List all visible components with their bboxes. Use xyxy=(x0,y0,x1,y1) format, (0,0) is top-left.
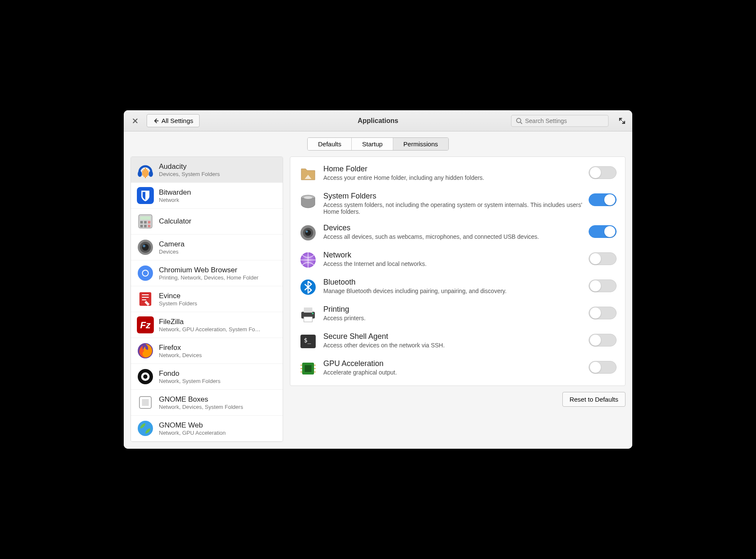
content-area: AudacityDevices, System FoldersBitwarden… xyxy=(124,157,632,449)
permission-description: Access printers. xyxy=(323,315,583,321)
filezilla-icon: Fz xyxy=(137,316,154,333)
app-subtitle: Network, Devices xyxy=(159,352,277,358)
tab-startup[interactable]: Startup xyxy=(352,138,393,150)
titlebar: All Settings Applications xyxy=(124,110,632,131)
sidebar-item-calculator[interactable]: Calculator xyxy=(131,209,283,235)
sidebar-item-audacity[interactable]: AudacityDevices, System Folders xyxy=(131,157,283,183)
reset-to-defaults-button[interactable]: Reset to Defaults xyxy=(562,392,625,407)
webcam-icon xyxy=(299,224,317,242)
sidebar-item-evince[interactable]: EvinceSystem Folders xyxy=(131,286,283,312)
app-subtitle: Network, System Folders xyxy=(159,378,277,384)
svg-point-19 xyxy=(142,244,149,251)
svg-rect-14 xyxy=(140,225,143,227)
app-name: Camera xyxy=(159,240,277,249)
harddrive-icon xyxy=(299,192,317,210)
permission-description: Access system folders, not including the… xyxy=(323,201,583,215)
permission-switch-devices[interactable] xyxy=(589,225,617,238)
app-subtitle: System Folders xyxy=(159,300,277,307)
gpu-icon xyxy=(299,359,317,378)
settings-window: All Settings Applications DefaultsStartu… xyxy=(124,110,632,449)
app-name: FileZilla xyxy=(159,318,277,326)
svg-point-0 xyxy=(517,118,521,123)
permission-row-network: NetworkAccess the Internet and local net… xyxy=(290,246,625,274)
svg-point-1 xyxy=(138,171,142,177)
svg-rect-32 xyxy=(142,399,149,406)
app-subtitle: Network, GPU Acceleration xyxy=(159,430,277,436)
permission-row-gpu-acceleration: GPU AccelerationAccelerate graphical out… xyxy=(290,355,625,382)
svg-rect-12 xyxy=(144,221,147,224)
gnome-web-icon xyxy=(137,420,154,437)
sidebar-item-gnome-web[interactable]: GNOME WebNetwork, GPU Acceleration xyxy=(131,416,283,442)
main-panel: Home FolderAccess your entire Home folde… xyxy=(290,157,625,442)
permission-title: Home Folder xyxy=(323,165,583,173)
permission-switch-bluetooth[interactable] xyxy=(589,280,617,292)
sidebar-item-filezilla[interactable]: FzFileZillaNetwork, GPU Acceleration, Sy… xyxy=(131,312,283,338)
permission-title: Network xyxy=(323,251,583,260)
svg-rect-24 xyxy=(139,292,151,306)
permission-switch-home-folder[interactable] xyxy=(589,166,617,179)
permission-switch-network[interactable] xyxy=(589,252,617,265)
permission-title: Secure Shell Agent xyxy=(323,332,583,341)
permission-switch-secure-shell-agent[interactable] xyxy=(589,334,617,347)
permission-title: Devices xyxy=(323,224,583,232)
sidebar-item-bitwarden[interactable]: BitwardenNetwork xyxy=(131,183,283,209)
sidebar-item-firefox[interactable]: FirefoxNetwork, Devices xyxy=(131,338,283,364)
app-name: Bitwarden xyxy=(159,188,277,197)
firefox-icon xyxy=(137,342,154,359)
permission-description: Accelerate graphical output. xyxy=(323,369,583,376)
close-button[interactable] xyxy=(129,115,142,127)
gnome-boxes-icon xyxy=(137,394,154,411)
search-input[interactable] xyxy=(525,117,604,124)
svg-rect-43 xyxy=(304,307,312,313)
search-settings-box[interactable] xyxy=(511,115,609,127)
tab-defaults[interactable]: Defaults xyxy=(308,138,352,150)
permission-switch-system-folders[interactable] xyxy=(589,193,617,206)
svg-point-35 xyxy=(304,196,312,199)
permission-description: Access other devices on the network via … xyxy=(323,342,583,349)
svg-rect-15 xyxy=(144,225,147,227)
app-name: Evince xyxy=(159,292,277,300)
svg-point-23 xyxy=(143,271,148,276)
search-icon xyxy=(516,117,523,124)
bitwarden-icon xyxy=(137,187,154,204)
window-title: Applications xyxy=(358,117,398,125)
svg-text:$_: $_ xyxy=(304,337,311,344)
sidebar-item-fondo[interactable]: FondoNetwork, System Folders xyxy=(131,364,283,390)
camera-icon xyxy=(137,239,154,256)
svg-rect-44 xyxy=(304,317,312,322)
svg-point-45 xyxy=(312,313,314,314)
permission-switch-gpu-acceleration[interactable] xyxy=(589,361,617,374)
svg-rect-11 xyxy=(140,221,143,224)
svg-point-20 xyxy=(143,245,145,247)
permission-row-devices: DevicesAccess all devices, such as webca… xyxy=(290,219,625,246)
svg-point-38 xyxy=(305,230,311,236)
app-name: Fondo xyxy=(159,369,277,378)
app-subtitle: Network, GPU Acceleration, System Fo… xyxy=(159,326,277,333)
permission-title: Bluetooth xyxy=(323,278,583,287)
svg-point-2 xyxy=(149,171,153,177)
sidebar-item-gnome-boxes[interactable]: GNOME BoxesNetwork, Devices, System Fold… xyxy=(131,390,283,416)
sidebar-item-chromium-web-browser[interactable]: Chromium Web BrowserPrinting, Network, D… xyxy=(131,260,283,286)
maximize-button[interactable] xyxy=(617,116,627,126)
back-all-settings-button[interactable]: All Settings xyxy=(147,114,200,127)
app-subtitle: Devices xyxy=(159,249,277,255)
sidebar-item-camera[interactable]: CameraDevices xyxy=(131,235,283,260)
svg-rect-10 xyxy=(140,216,150,220)
audacity-icon xyxy=(137,161,154,178)
permission-title: GPU Acceleration xyxy=(323,359,583,368)
tab-permissions[interactable]: Permissions xyxy=(393,138,448,150)
app-subtitle: Printing, Network, Devices, Home Folder xyxy=(159,274,277,281)
app-name: GNOME Boxes xyxy=(159,395,277,404)
calculator-icon xyxy=(137,213,154,230)
home-folder-icon xyxy=(299,165,317,183)
chromium-icon xyxy=(137,265,154,282)
permission-description: Access the Internet and local networks. xyxy=(323,260,583,267)
permission-title: System Folders xyxy=(323,192,583,201)
app-name: Firefox xyxy=(159,344,277,352)
network-icon xyxy=(299,251,317,269)
app-name: Audacity xyxy=(159,162,277,171)
app-sidebar[interactable]: AudacityDevices, System FoldersBitwarden… xyxy=(131,157,283,442)
app-subtitle: Network, Devices, System Folders xyxy=(159,404,277,410)
permission-switch-printing[interactable] xyxy=(589,307,617,319)
bluetooth-icon xyxy=(299,278,317,296)
